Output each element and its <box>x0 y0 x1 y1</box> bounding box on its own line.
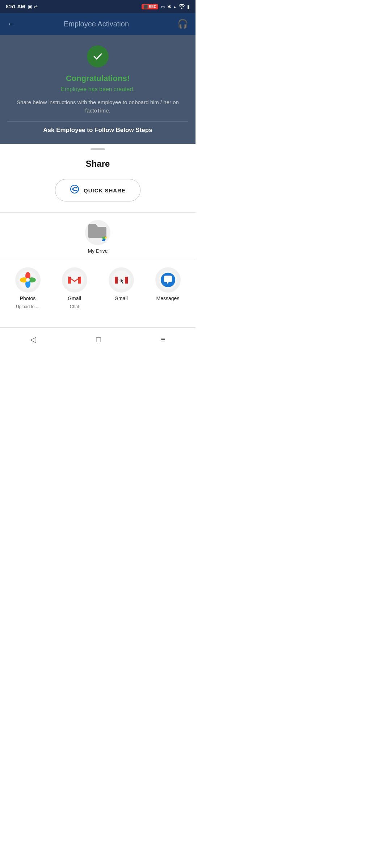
nav-home-button[interactable]: □ <box>89 333 108 346</box>
rec-label: REC <box>149 5 156 9</box>
gmail-chat-label: Gmail <box>68 295 81 301</box>
header-title: Employee Activation <box>64 20 129 28</box>
my-drive-icon-circle <box>85 220 110 245</box>
check-circle <box>87 46 109 67</box>
svg-rect-18 <box>125 277 128 284</box>
share-title: Share <box>0 159 196 169</box>
gmail-icon <box>112 271 131 289</box>
status-icons: ▣ ⇌ <box>28 4 38 9</box>
gmail-chat-sublabel: Chat <box>70 304 79 309</box>
my-drive-label: My Drive <box>88 248 108 254</box>
vpn-icon: ⇌ <box>34 4 38 9</box>
location-icon: ⬧ <box>173 4 176 9</box>
gmail-chat-item[interactable]: Gmail Chat <box>62 267 87 309</box>
rec-badge: ⬛ REC <box>142 4 158 9</box>
quick-share-icon <box>70 184 79 196</box>
svg-point-9 <box>26 278 30 282</box>
back-button[interactable]: ← <box>7 19 15 29</box>
battery-icon: ▮ <box>187 4 190 9</box>
quick-share-label: QUICK SHARE <box>84 187 126 193</box>
my-drive-item[interactable]: My Drive <box>9 220 187 254</box>
checkmark-icon <box>92 51 103 62</box>
messages-icon-circle <box>155 267 181 293</box>
drive-badge <box>100 234 109 243</box>
nav-bar: ◁ □ ≡ <box>0 327 196 350</box>
drag-handle[interactable] <box>91 148 105 150</box>
svg-point-10 <box>65 271 84 289</box>
headset-icon[interactable]: 🎧 <box>177 19 188 29</box>
bluetooth-icon: ✱ <box>167 4 171 9</box>
key-icon: 🗝 <box>160 4 165 9</box>
status-time: 8:51 AM <box>6 4 25 9</box>
congrats-subtitle: Employee has been created. <box>7 86 188 93</box>
photos-icon <box>18 271 37 289</box>
photos-sublabel: Upload to ... <box>16 304 39 309</box>
svg-point-3 <box>76 190 77 191</box>
gmail-item[interactable]: Gmail <box>109 267 134 309</box>
svg-point-2 <box>76 187 77 188</box>
my-drive-section: My Drive <box>0 213 196 260</box>
status-bar: 8:51 AM ▣ ⇌ ⬛ REC 🗝 ✱ ⬧ ▮ <box>0 0 196 13</box>
success-section: Congratulations! Employee has been creat… <box>0 35 196 144</box>
apps-row: Photos Upload to ... <box>0 260 196 316</box>
nav-menu-button[interactable]: ≡ <box>154 333 173 346</box>
congrats-title: Congratulations! <box>7 74 188 83</box>
svg-point-1 <box>72 188 73 190</box>
nav-back-button[interactable]: ◁ <box>23 333 43 346</box>
quick-share-button[interactable]: QUICK SHARE <box>55 179 140 201</box>
gmail-chat-icon <box>65 271 84 289</box>
messages-icon <box>159 271 177 289</box>
status-right: ⬛ REC 🗝 ✱ ⬧ ▮ <box>142 4 190 10</box>
congrats-description: Share below instructions with the employ… <box>7 98 188 115</box>
steps-title: Ask Employee to Follow Below Steps <box>7 122 188 135</box>
gmail-chat-icon-circle <box>62 267 87 293</box>
messages-item[interactable]: Messages <box>155 267 181 309</box>
gmail-label: Gmail <box>114 295 128 301</box>
photos-app-item[interactable]: Photos Upload to ... <box>15 267 41 309</box>
rec-icon: ⬛ <box>143 5 148 9</box>
photos-icon-circle <box>15 267 41 293</box>
photos-label: Photos <box>20 295 36 301</box>
share-sheet: Share QUICK SHARE <box>0 148 196 327</box>
wifi-icon <box>178 4 185 10</box>
gmail-icon-circle <box>109 267 134 293</box>
messages-label: Messages <box>156 295 180 301</box>
status-left: 8:51 AM ▣ ⇌ <box>6 4 38 9</box>
drive-icon-wrapper <box>88 222 108 243</box>
svg-rect-17 <box>115 277 118 284</box>
camera-icon: ▣ <box>28 4 32 9</box>
app-header: ← Employee Activation 🎧 <box>0 13 196 35</box>
